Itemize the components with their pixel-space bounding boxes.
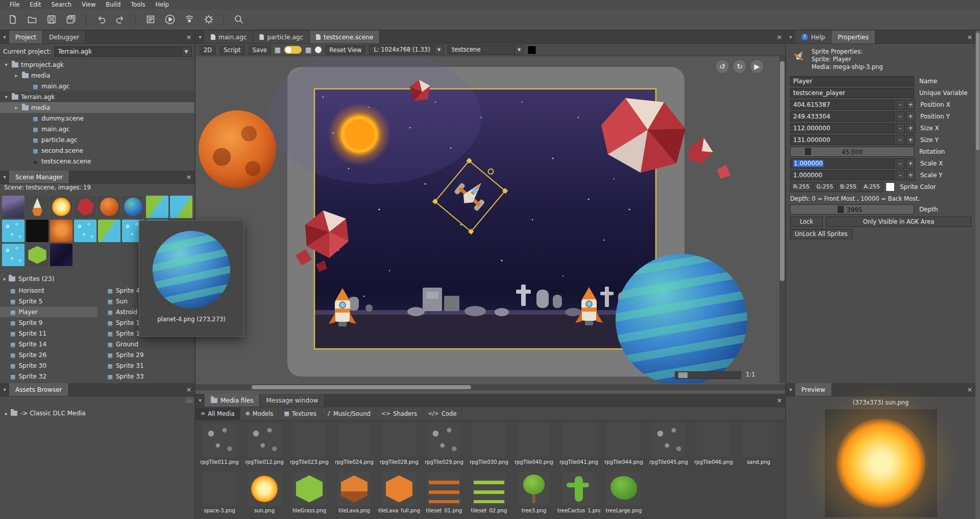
debug-button[interactable] [201,12,216,27]
tree-expander-icon[interactable]: ▾ [3,62,9,67]
size-y-plus-button[interactable]: + [906,135,915,145]
scene-image-thumb[interactable] [122,196,144,218]
tree-item[interactable]: ▸ media [0,102,194,113]
scene-image-thumb[interactable] [26,220,48,242]
play-scene-button[interactable]: ▶ [750,59,764,74]
tab-properties[interactable]: Properties [831,31,875,43]
scale-y-plus-button[interactable]: + [906,170,915,180]
close-icon[interactable]: × [774,394,785,407]
size-y-input[interactable]: 131.000000 [790,135,895,145]
scrollbar-handle[interactable] [780,61,785,281]
media-file-item[interactable]: tileLava_full.png [377,472,421,519]
position-y-input[interactable]: 249.433304 [790,111,895,122]
media-file-item[interactable]: tileset_01.png [422,472,466,519]
close-icon[interactable]: × [183,31,194,43]
scale-x-minus-button[interactable]: - [896,158,905,169]
depth-slider[interactable]: 3995 [790,204,914,215]
media-file-item[interactable]: sun.png [242,472,286,519]
scene-image-thumb[interactable] [50,220,72,242]
scrollbar-handle[interactable] [976,33,979,150]
media-file-item[interactable]: rpgTile046.png [692,423,736,471]
media-file-item[interactable]: rpgTile030.png [467,423,511,471]
collapse-chevron-icon[interactable]: ▾ [0,31,9,43]
menu-item[interactable]: View [77,0,100,9]
unique-variable-input[interactable]: testscene_player [790,88,914,98]
scene-image-thumb[interactable] [2,196,24,218]
media-file-item[interactable]: rpgTile029.png [422,423,466,471]
brush-circle-icon[interactable] [315,46,322,53]
panel-menu-button[interactable]: ... [185,397,193,404]
media-file-item[interactable]: treeLarge.png [602,472,646,519]
media-filter-button[interactable]: ∞ All Media [195,408,240,420]
lock-button[interactable]: Lock [790,217,823,227]
scene-image-thumb[interactable] [170,196,192,218]
close-icon[interactable]: × [774,31,785,43]
canvas-horizontal-scrollbar[interactable] [195,384,785,390]
scale-y-minus-button[interactable]: - [896,170,905,180]
color-blue-field[interactable]: B:255 [837,182,860,192]
sprite-list-item[interactable]: Sprite 29 [97,349,195,360]
sprite-list-item[interactable]: Sprite 30 [0,360,97,371]
undo-button[interactable] [93,12,109,27]
tab-preview[interactable]: Preview [795,383,832,396]
scale-x-input[interactable]: 1.000000 [790,158,895,169]
tab-testscene-scene[interactable]: testscene.scene [310,31,380,43]
media-filter-button[interactable]: ⊕ Models [240,408,279,420]
tree-item[interactable]: particle.agc [0,134,194,145]
redo-button[interactable] [113,12,128,27]
script-button[interactable]: Script [219,45,244,55]
scene-image-thumb[interactable] [26,244,48,266]
color-red-field[interactable]: R:255 [790,182,813,192]
sprite-list-item[interactable]: Player [0,306,97,317]
new-project-button[interactable] [5,12,20,27]
sprite-list-item[interactable]: Sprite 5 [0,296,97,306]
media-file-item[interactable]: rpgTile040.png [512,423,556,471]
asset-tree-item[interactable]: ▸ -> Classic DLC Media [0,396,194,417]
media-file-item[interactable]: tree3.png [512,472,556,519]
scene-image-thumb[interactable] [50,244,72,266]
media-file-item[interactable]: rpgTile024.png [332,423,376,471]
only-visible-button[interactable]: Only Visible in AGK Area [826,217,971,227]
scene-image-thumb[interactable] [146,196,168,218]
depth-slider-handle[interactable] [838,206,844,213]
collapse-chevron-icon[interactable]: ▾ [0,171,9,183]
zoom-slider[interactable] [675,371,741,379]
grid-toggle-icon[interactable]: ▦ [275,46,281,54]
grid-small-icon[interactable]: ▦ [305,46,311,54]
mode-2d-button[interactable]: 2D [200,45,216,55]
scene-image-thumb[interactable] [98,196,120,218]
name-input[interactable]: Player [790,76,914,86]
media-file-item[interactable]: rpgTile044.png [602,423,646,471]
media-file-item[interactable]: tileGrass.png [287,472,331,519]
media-file-item[interactable]: space-3.png [198,472,241,519]
sprite-list-item[interactable]: Sprite 26 [0,349,97,360]
collapse-chevron-icon[interactable]: ▾ [0,383,9,396]
collapse-chevron-icon[interactable]: ▾ [786,31,795,43]
open-project-button[interactable] [24,12,40,27]
tab-assets-browser[interactable]: Assets Browser [9,383,69,396]
menu-item[interactable]: Build [101,0,125,9]
menu-item[interactable]: Search [47,0,77,9]
color-alpha-field[interactable]: A:255 [861,182,883,192]
scrollbar-handle[interactable] [252,385,471,389]
close-icon[interactable]: × [964,383,975,396]
close-icon[interactable]: × [183,383,194,396]
planet-blue-sprite[interactable] [616,254,747,383]
collapse-chevron-icon[interactable]: ▾ [195,394,205,407]
sprite-list-item[interactable]: Sprite 11 [0,328,97,339]
canvas-vertical-scrollbar[interactable] [779,56,785,383]
menu-item[interactable]: Tools [126,0,150,9]
color-green-field[interactable]: G:255 [814,182,836,192]
reset-view-button[interactable]: Reset View [325,45,365,55]
tree-item[interactable]: main.agc [0,124,194,134]
run-button[interactable] [162,12,178,27]
tree-item[interactable]: second.scene [0,145,194,156]
collapse-chevron-icon[interactable]: ▾ [3,276,6,282]
scene-image-thumb[interactable] [2,244,24,266]
close-icon[interactable]: × [964,31,975,43]
tab-message-window[interactable]: Message window [260,394,325,407]
menu-item[interactable]: File [5,0,24,9]
close-icon[interactable]: × [183,171,194,183]
position-x-minus-button[interactable]: - [896,100,905,110]
search-button[interactable] [231,12,247,27]
